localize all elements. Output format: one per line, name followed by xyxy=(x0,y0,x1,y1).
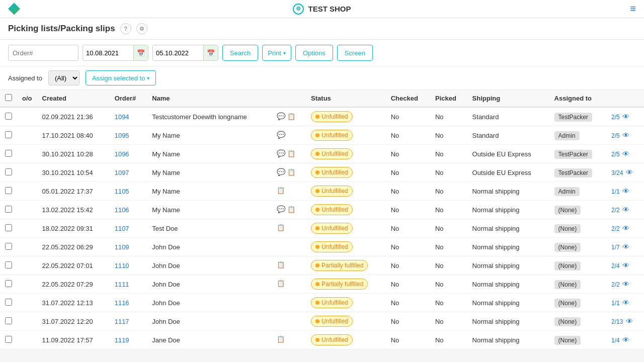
td-order[interactable]: 1109 xyxy=(110,238,147,256)
row-checkbox[interactable] xyxy=(5,168,12,175)
count-link[interactable]: 1/7 xyxy=(611,244,620,251)
eye-icon[interactable]: 👁 xyxy=(622,280,629,288)
row-checkbox-cell[interactable] xyxy=(0,312,17,331)
eye-icon[interactable]: 👁 xyxy=(622,299,629,307)
count-link[interactable]: 1/1 xyxy=(611,188,620,195)
eye-icon[interactable]: 👁 xyxy=(622,113,629,121)
row-checkbox-cell[interactable] xyxy=(0,107,17,126)
td-order[interactable]: 1095 xyxy=(110,126,147,145)
chat-icon[interactable]: 💬 xyxy=(277,131,285,139)
row-checkbox-cell[interactable] xyxy=(0,182,17,201)
options-button[interactable]: Options xyxy=(295,45,333,61)
row-checkbox[interactable] xyxy=(5,243,12,250)
copy-icon[interactable]: 📋 xyxy=(287,168,295,176)
row-checkbox[interactable] xyxy=(5,131,12,138)
row-checkbox-cell[interactable] xyxy=(0,256,17,275)
td-order[interactable]: 1094 xyxy=(110,107,147,126)
row-checkbox[interactable] xyxy=(5,317,12,324)
hamburger-icon[interactable]: ≡ xyxy=(630,3,636,14)
search-button[interactable]: Search xyxy=(222,45,258,61)
count-link[interactable]: 2/5 xyxy=(611,132,620,139)
date-to-wrap: 📅 xyxy=(152,45,218,61)
row-checkbox[interactable] xyxy=(5,113,12,120)
row-checkbox-cell[interactable] xyxy=(0,163,17,182)
td-order[interactable]: 1097 xyxy=(110,163,147,182)
row-checkbox-cell[interactable] xyxy=(0,219,17,238)
chat-icon[interactable]: 💬 xyxy=(277,112,285,120)
row-checkbox-cell[interactable] xyxy=(0,145,17,163)
status-badge: Unfulfilled xyxy=(311,148,353,159)
td-order[interactable]: 1096 xyxy=(110,145,147,163)
row-checkbox[interactable] xyxy=(5,336,12,343)
help-button[interactable]: ? xyxy=(120,23,131,34)
settings-button[interactable]: ⚙ xyxy=(136,23,147,34)
td-order[interactable]: 1116 xyxy=(110,294,147,312)
count-link[interactable]: 2/5 xyxy=(611,151,620,158)
td-order[interactable]: 1117 xyxy=(110,312,147,331)
count-link[interactable]: 1/4 xyxy=(611,337,620,344)
chat-icon[interactable]: 💬 xyxy=(277,149,285,157)
row-checkbox-cell[interactable] xyxy=(0,331,17,349)
eye-icon[interactable]: 👁 xyxy=(622,336,629,344)
row-checkbox[interactable] xyxy=(5,299,12,306)
chat-icon[interactable]: 💬 xyxy=(277,168,285,176)
eye-icon[interactable]: 👁 xyxy=(622,206,629,214)
row-checkbox[interactable] xyxy=(5,187,12,194)
screen-button[interactable]: Screen xyxy=(337,45,373,61)
count-link[interactable]: 2/5 xyxy=(611,114,620,121)
order-number-input[interactable] xyxy=(8,45,78,61)
row-checkbox-cell[interactable] xyxy=(0,201,17,219)
copy-icon[interactable]: 📋 xyxy=(287,206,295,213)
date-from-calendar-button[interactable]: 📅 xyxy=(133,45,148,61)
row-checkbox-cell[interactable] xyxy=(0,294,17,312)
copy-icon[interactable]: 📋 xyxy=(277,224,285,231)
row-checkbox[interactable] xyxy=(5,206,12,213)
copy-icon[interactable]: 📋 xyxy=(277,261,285,268)
count-link[interactable]: 1/1 xyxy=(611,300,620,307)
eye-icon[interactable]: 👁 xyxy=(622,150,629,158)
td-order[interactable]: 1105 xyxy=(110,182,147,201)
row-checkbox-cell[interactable] xyxy=(0,275,17,294)
copy-icon[interactable]: 📋 xyxy=(277,280,285,287)
td-order[interactable]: 1111 xyxy=(110,275,147,294)
td-order[interactable]: 1107 xyxy=(110,219,147,238)
eye-icon[interactable]: 👁 xyxy=(622,243,629,251)
eye-icon[interactable]: 👁 xyxy=(626,168,633,176)
eye-icon[interactable]: 👁 xyxy=(622,224,629,232)
eye-icon[interactable]: 👁 xyxy=(622,261,629,269)
status-badge: Unfulfilled xyxy=(311,204,353,215)
count-link[interactable]: 2/2 xyxy=(611,207,620,214)
select-all-header[interactable] xyxy=(0,90,17,107)
row-checkbox[interactable] xyxy=(5,261,12,268)
eye-icon[interactable]: 👁 xyxy=(622,187,629,195)
copy-icon[interactable]: 📋 xyxy=(287,150,295,157)
assign-selected-button[interactable]: Assign selected to ▾ xyxy=(86,70,156,85)
select-all-checkbox[interactable] xyxy=(5,94,12,101)
eye-icon[interactable]: 👁 xyxy=(626,317,633,325)
count-link[interactable]: 2/13 xyxy=(611,318,623,325)
row-checkbox[interactable] xyxy=(5,280,12,287)
count-link[interactable]: 2/4 xyxy=(611,262,620,269)
eye-icon[interactable]: 👁 xyxy=(622,131,629,139)
td-order[interactable]: 1106 xyxy=(110,201,147,219)
status-dot xyxy=(315,133,319,137)
count-link[interactable]: 3/24 xyxy=(611,169,623,176)
copy-icon[interactable]: 📋 xyxy=(277,187,285,194)
date-to-calendar-button[interactable]: 📅 xyxy=(203,45,218,61)
row-checkbox-cell[interactable] xyxy=(0,238,17,256)
td-order[interactable]: 1110 xyxy=(110,256,147,275)
assigned-to-select[interactable]: (All) xyxy=(48,70,79,85)
chat-icon[interactable]: 💬 xyxy=(277,205,285,213)
date-from-input[interactable] xyxy=(83,47,133,59)
count-link[interactable]: 2/2 xyxy=(611,281,620,288)
print-button[interactable]: Print ▾ xyxy=(262,45,291,61)
hamburger-menu[interactable]: ≡ xyxy=(630,3,636,15)
copy-icon[interactable]: 📋 xyxy=(287,113,295,120)
date-to-input[interactable] xyxy=(153,47,203,59)
copy-icon[interactable]: 📋 xyxy=(277,335,285,343)
count-link[interactable]: 2/2 xyxy=(611,225,620,232)
row-checkbox[interactable] xyxy=(5,150,12,157)
row-checkbox-cell[interactable] xyxy=(0,126,17,145)
td-order[interactable]: 1119 xyxy=(110,331,147,349)
row-checkbox[interactable] xyxy=(5,224,12,231)
